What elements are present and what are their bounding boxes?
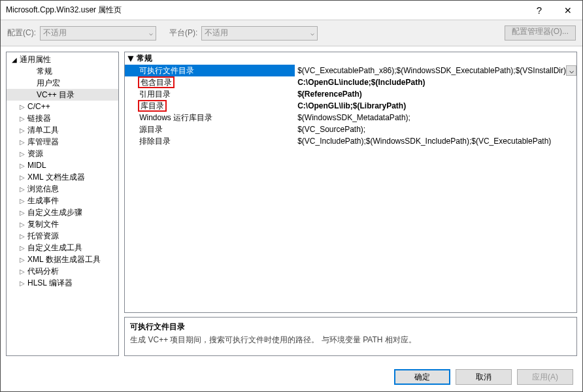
property-row[interactable]: 排除目录$(VC_IncludePath);$(WindowsSDK_Inclu… — [125, 135, 576, 147]
tree-item[interactable]: 常规 — [7, 65, 118, 77]
property-value: $(WindowsSDK_MetadataPath); — [297, 113, 410, 122]
tree-item-label: 常规 — [35, 66, 54, 77]
property-value: $(VC_SourcePath); — [297, 125, 365, 134]
expand-icon: ▷ — [18, 268, 26, 275]
property-row[interactable]: 可执行文件目录$(VC_ExecutablePath_x86);$(Window… — [125, 65, 576, 76]
tree-item[interactable]: ▷自定义生成步骤 — [7, 206, 118, 218]
tree-item-label: MIDL — [26, 161, 48, 170]
tree-item-label: 链接器 — [26, 113, 52, 124]
description-title: 可执行文件目录 — [130, 321, 571, 333]
help-button[interactable]: ? — [525, 1, 554, 20]
expand-icon: ▷ — [18, 162, 26, 169]
tree-item[interactable]: ▷XML 数据生成器工具 — [7, 253, 118, 265]
tree-item[interactable]: VC++ 目录 — [7, 89, 118, 101]
config-bar: 配置(C): 不适用 ⌵ 平台(P): 不适用 ⌵ 配置管理器(O)... — [1, 20, 582, 46]
expand-icon: ▷ — [18, 209, 26, 216]
expand-icon: ▷ — [18, 115, 26, 122]
dropdown-button[interactable]: ⌵ — [566, 65, 576, 76]
property-row[interactable]: 源目录$(VC_SourcePath); — [125, 123, 576, 135]
window-title: Microsoft.Cpp.Win32.user 属性页 — [6, 5, 525, 16]
close-button[interactable]: ✕ — [554, 1, 582, 20]
property-grid: ⯆ 常规 可执行文件目录$(VC_ExecutablePath_x86);$(W… — [124, 52, 577, 313]
tree-item-label: VC++ 目录 — [35, 90, 76, 101]
tree-panel: ◢通用属性常规用户宏VC++ 目录▷C/C++▷链接器▷清单工具▷库管理器▷资源… — [6, 52, 119, 356]
tree-item-label: XML 数据生成器工具 — [26, 254, 102, 265]
tree-item[interactable]: ▷托管资源 — [7, 230, 118, 242]
tree-item-label: 复制文件 — [26, 219, 60, 230]
tree-item[interactable]: 用户宏 — [7, 77, 118, 89]
expand-icon: ▷ — [18, 256, 26, 263]
collapse-icon: ⯆ — [127, 55, 137, 62]
tree-item[interactable]: ▷清单工具 — [7, 124, 118, 136]
config-manager-button[interactable]: 配置管理器(O)... — [505, 25, 576, 41]
platform-value: 不适用 — [205, 27, 228, 39]
description-text: 生成 VC++ 项目期间，搜索可执行文件时使用的路径。 与环境变量 PATH 相… — [130, 335, 571, 346]
tree-item-label: 清单工具 — [26, 125, 60, 136]
tree-item[interactable]: ▷复制文件 — [7, 218, 118, 230]
expand-icon: ▷ — [18, 139, 26, 146]
platform-combo[interactable]: 不适用 ⌵ — [201, 26, 318, 41]
tree-item-label: XML 文档生成器 — [26, 172, 86, 183]
tree-item-label: C/C++ — [26, 102, 52, 111]
chevron-down-icon: ⌵ — [569, 66, 574, 75]
expand-icon: ▷ — [18, 150, 26, 157]
property-value: $(VC_IncludePath);$(WindowsSDK_IncludePa… — [297, 137, 551, 146]
property-name: 排除目录 — [125, 135, 295, 147]
tree-root-label: 通用属性 — [18, 54, 52, 65]
expand-icon: ▷ — [18, 103, 26, 110]
expand-icon: ▷ — [18, 280, 26, 287]
tree-item[interactable]: ▷资源 — [7, 148, 118, 159]
tree-item[interactable]: ▷XML 文档生成器 — [7, 171, 118, 183]
expand-icon: ▷ — [18, 186, 26, 193]
expand-icon: ▷ — [18, 127, 26, 134]
tree-item-label: 库管理器 — [26, 137, 60, 148]
property-row[interactable]: 包含目录C:\OpenGL\include;$(IncludePath) — [125, 76, 576, 88]
tree-item-label: 用户宏 — [35, 78, 61, 89]
category-header[interactable]: ⯆ 常规 — [125, 52, 576, 65]
property-value: $(VC_ExecutablePath_x86);$(WindowsSDK_Ex… — [297, 66, 566, 75]
tree-item-label: HLSL 编译器 — [26, 278, 74, 289]
config-value: 不适用 — [43, 27, 67, 39]
title-bar: Microsoft.Cpp.Win32.user 属性页 ? ✕ — [1, 1, 582, 20]
ok-button[interactable]: 确定 — [394, 369, 450, 385]
expand-icon: ◢ — [10, 56, 18, 63]
tree-item[interactable]: ▷自定义生成工具 — [7, 242, 118, 253]
apply-button[interactable]: 应用(A) — [517, 369, 573, 385]
dialog-footer: 确定 取消 应用(A) — [1, 361, 582, 392]
tree-item-label: 自定义生成工具 — [26, 242, 84, 253]
tree-item[interactable]: ▷库管理器 — [7, 136, 118, 148]
tree-item-label: 托管资源 — [26, 231, 60, 242]
expand-icon: ▷ — [18, 221, 26, 228]
property-value: $(ReferencePath) — [297, 90, 362, 99]
tree-item[interactable]: ▷MIDL — [7, 159, 118, 171]
chevron-down-icon: ⌵ — [310, 29, 314, 37]
description-panel: 可执行文件目录 生成 VC++ 项目期间，搜索可执行文件时使用的路径。 与环境变… — [124, 317, 577, 356]
tree-item-label: 自定义生成步骤 — [26, 207, 84, 218]
property-name: 包含目录 — [125, 76, 295, 88]
property-row[interactable]: Windows 运行库目录$(WindowsSDK_MetadataPath); — [125, 112, 576, 123]
property-name: 可执行文件目录 — [125, 65, 295, 76]
property-name: 源目录 — [125, 123, 295, 135]
property-row[interactable]: 引用目录$(ReferencePath) — [125, 88, 576, 100]
tree-item[interactable]: ▷浏览信息 — [7, 183, 118, 195]
tree-item[interactable]: ▷代码分析 — [7, 265, 118, 277]
tree-item[interactable]: ▷HLSL 编译器 — [7, 277, 118, 289]
expand-icon: ▷ — [18, 197, 26, 204]
expand-icon: ▷ — [18, 244, 26, 252]
tree-item-label: 浏览信息 — [26, 184, 60, 195]
property-name: 库目录 — [125, 100, 295, 112]
property-name: 引用目录 — [125, 88, 295, 100]
tree-item-label: 资源 — [26, 148, 44, 159]
property-row[interactable]: 库目录C:\OpenGL\lib;$(LibraryPath) — [125, 100, 576, 112]
tree-root[interactable]: ◢通用属性 — [7, 54, 118, 65]
property-value: C:\OpenGL\include;$(IncludePath) — [297, 78, 425, 87]
chevron-down-icon: ⌵ — [149, 29, 153, 37]
tree-item-label: 生成事件 — [26, 195, 60, 206]
tree-item[interactable]: ▷生成事件 — [7, 195, 118, 206]
cancel-button[interactable]: 取消 — [456, 369, 512, 385]
tree-item[interactable]: ▷链接器 — [7, 112, 118, 124]
config-combo[interactable]: 不适用 ⌵ — [40, 26, 156, 41]
tree-item[interactable]: ▷C/C++ — [7, 101, 118, 112]
platform-label: 平台(P): — [169, 27, 197, 39]
expand-icon: ▷ — [18, 233, 26, 240]
